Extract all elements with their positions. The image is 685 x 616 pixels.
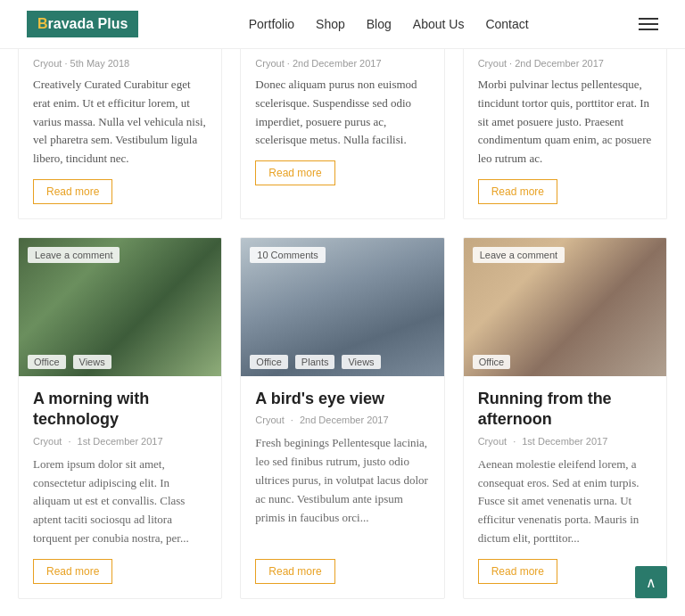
dot-2: · [291, 415, 296, 425]
middle-cards-row: Leave a comment Office Views A morning w… [18, 237, 667, 599]
tags-morning-tech: Office Views [28, 355, 111, 369]
tag-plants-2[interactable]: Plants [295, 355, 335, 369]
card-title-birds-eye: A bird's eye view [255, 389, 429, 409]
read-more-button-birds-eye[interactable]: Read more [255, 559, 334, 584]
read-more-button-3[interactable]: Read more [478, 179, 557, 204]
logo[interactable]: Bravada Plus [27, 11, 138, 37]
leave-comment-badge-3[interactable]: Leave a comment [473, 247, 565, 263]
tags-running-afternoon: Office [473, 355, 511, 369]
tag-office-3[interactable]: Office [473, 355, 511, 369]
hamburger-line-3 [639, 29, 658, 30]
card-author-birds-eye: Cryout [255, 415, 284, 425]
card-excerpt-running-afternoon: Aenean molestie eleifend lorem, a conseq… [478, 456, 652, 548]
top-partial-row: Cryout · 5th May 2018 Creatively Curated… [18, 49, 667, 219]
card-image-morning-tech: Leave a comment Office Views [19, 238, 221, 376]
back-to-top-icon: ∧ [646, 574, 656, 591]
card-date-morning-tech: 1st December 2017 [78, 436, 163, 447]
card-date-birds-eye: 2nd December 2017 [300, 415, 389, 425]
card-author-morning-tech: Cryout [33, 436, 62, 447]
card-image-running-afternoon: Leave a comment Office [464, 238, 666, 376]
card-meta-running-afternoon: Cryout · 1st December 2017 [478, 436, 652, 447]
card-excerpt-1: Creatively Curated Curabitur eget erat e… [33, 76, 207, 168]
card-morning-tech: Leave a comment Office Views A morning w… [18, 237, 222, 599]
card-excerpt-morning-tech: Lorem ipsum dolor sit amet, consectetur … [33, 456, 207, 548]
card-body-running-afternoon: Running from the afternoon Cryout · 1st … [464, 376, 666, 598]
card-text-body-2: Cryout · 2nd December 2017 Donec aliquam… [241, 49, 443, 200]
logo-b: B [37, 16, 48, 31]
leave-comment-badge-1[interactable]: Leave a comment [28, 247, 120, 263]
nav-shop[interactable]: Shop [316, 17, 345, 31]
card-partial-3: Cryout · 2nd December 2017 Morbi pulvina… [463, 49, 667, 219]
card-partial-2: Cryout · 2nd December 2017 Donec aliquam… [240, 49, 444, 219]
tag-views-1[interactable]: Views [73, 355, 111, 369]
card-partial-1: Cryout · 5th May 2018 Creatively Curated… [18, 49, 222, 219]
card-author-running-afternoon: Cryout [478, 436, 507, 447]
header: Bravada Plus Portfolio Shop Blog About U… [0, 0, 685, 49]
card-body-birds-eye: A bird's eye view Cryout · 2nd December … [241, 376, 443, 598]
read-more-button-morning-tech[interactable]: Read more [33, 559, 112, 584]
read-more-button-1[interactable]: Read more [33, 179, 112, 204]
logo-text: Bravada Plus [37, 16, 128, 32]
nav-blog[interactable]: Blog [367, 17, 392, 31]
tag-views-2[interactable]: Views [342, 355, 380, 369]
hamburger-line-1 [639, 18, 658, 20]
logo-rest: ravada Plus [48, 16, 128, 31]
comments-count-badge[interactable]: 10 Comments [250, 247, 325, 263]
card-text-body-3: Cryout · 2nd December 2017 Morbi pulvina… [464, 49, 666, 218]
hamburger-line-2 [639, 23, 658, 25]
main-nav: Portfolio Shop Blog About Us Contact [249, 17, 529, 31]
card-date-running-afternoon: 1st December 2017 [522, 436, 607, 447]
nav-portfolio[interactable]: Portfolio [249, 17, 294, 31]
tag-office-2[interactable]: Office [250, 355, 288, 369]
card-meta-1: Cryout · 5th May 2018 [33, 58, 207, 69]
card-excerpt-2: Donec aliquam purus non euismod sceleris… [255, 76, 429, 150]
dot-1: · [68, 436, 73, 447]
nav-contact[interactable]: Contact [485, 17, 528, 31]
card-meta-morning-tech: Cryout · 1st December 2017 [33, 436, 207, 447]
card-text-body-1: Cryout · 5th May 2018 Creatively Curated… [19, 49, 221, 218]
nav-about[interactable]: About Us [413, 17, 465, 31]
card-meta-3: Cryout · 2nd December 2017 [478, 58, 652, 69]
tag-office-1[interactable]: Office [28, 355, 66, 369]
dot-3: · [513, 436, 518, 447]
card-running-afternoon: Leave a comment Office Running from the … [463, 237, 667, 599]
card-meta-birds-eye: Cryout · 2nd December 2017 [255, 415, 429, 425]
read-more-button-2[interactable]: Read more [255, 160, 334, 185]
card-body-morning-tech: A morning with technology Cryout · 1st D… [19, 376, 221, 598]
hamburger-menu[interactable] [639, 18, 658, 30]
card-excerpt-birds-eye: Fresh beginings Pellentesque lacinia, le… [255, 434, 429, 547]
card-title-morning-tech: A morning with technology [33, 389, 207, 431]
card-birds-eye: 10 Comments Office Plants Views A bird's… [240, 237, 444, 599]
main-content: Cryout · 5th May 2018 Creatively Curated… [0, 49, 685, 616]
tags-birds-eye: Office Plants Views [250, 355, 380, 369]
read-more-button-running-afternoon[interactable]: Read more [478, 559, 557, 584]
card-excerpt-3: Morbi pulvinar lectus pellentesque, tinc… [478, 76, 652, 168]
card-title-running-afternoon: Running from the afternoon [478, 389, 652, 431]
back-to-top-button[interactable]: ∧ [635, 566, 667, 598]
card-meta-2: Cryout · 2nd December 2017 [255, 58, 429, 69]
card-image-birds-eye: 10 Comments Office Plants Views [241, 238, 443, 376]
